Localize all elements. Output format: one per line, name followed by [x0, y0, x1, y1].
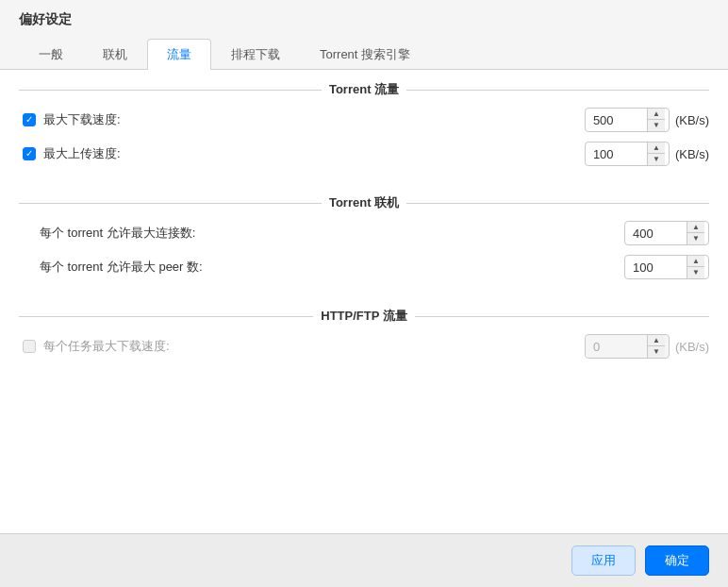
section-line-left2	[19, 203, 322, 204]
spinner-up-task-max-download: ▲	[648, 335, 665, 346]
confirm-button[interactable]: 确定	[645, 545, 709, 576]
section-line-left3	[19, 316, 313, 317]
label-max-connections: 每个 torrent 允许最大连接数:	[40, 225, 624, 242]
input-max-upload[interactable]	[586, 143, 647, 165]
label-task-max-download: 每个任务最大下载速度:	[43, 338, 585, 355]
tab-connection[interactable]: 联机	[83, 39, 147, 70]
number-input-max-connections: ▲ ▼	[624, 221, 709, 245]
number-input-task-max-download: ▲ ▼	[585, 334, 670, 359]
checkbox-task-max-download[interactable]	[23, 340, 36, 353]
tab-schedule[interactable]: 排程下载	[211, 39, 300, 70]
unit-max-download: (KB/s)	[675, 113, 709, 127]
section-torrent-bandwidth: Torrent 流量 最大下载速度: ▲ ▼ (KB/s) 最大上传速度:	[0, 70, 728, 183]
row-task-max-download: 每个任务最大下载速度: ▲ ▼ (KB/s)	[19, 334, 709, 359]
spinner-up-max-upload[interactable]: ▲	[648, 143, 665, 154]
row-max-upload: 最大上传速度: ▲ ▼ (KB/s)	[19, 142, 709, 166]
spinner-task-max-download: ▲ ▼	[647, 335, 665, 358]
section-http-ftp-header: HTTP/FTP 流量	[19, 308, 709, 325]
spinner-up-max-peers[interactable]: ▲	[687, 256, 704, 267]
spinner-up-max-connections[interactable]: ▲	[687, 222, 704, 233]
spinner-down-max-upload[interactable]: ▼	[648, 154, 665, 165]
section-line-right3	[415, 316, 709, 317]
input-max-download[interactable]	[586, 109, 647, 131]
number-input-max-download: ▲ ▼	[585, 108, 670, 132]
tab-search[interactable]: Torrent 搜索引擎	[300, 39, 430, 70]
section-torrent-connection-title: Torrent 联机	[329, 194, 399, 211]
section-torrent-connection: Torrent 联机 每个 torrent 允许最大连接数: ▲ ▼ 每个 to…	[0, 183, 728, 296]
spinner-up-max-download[interactable]: ▲	[648, 109, 665, 120]
row-max-peers: 每个 torrent 允许最大 peer 数: ▲ ▼	[19, 255, 709, 279]
spinner-max-download: ▲ ▼	[647, 109, 665, 131]
spinner-max-connections: ▲ ▼	[687, 222, 704, 244]
spinner-down-task-max-download: ▼	[648, 346, 665, 358]
spinner-down-max-peers[interactable]: ▼	[687, 267, 704, 278]
spinner-down-max-connections[interactable]: ▼	[687, 233, 704, 244]
section-http-ftp: HTTP/FTP 流量 每个任务最大下载速度: ▲ ▼ (KB/s)	[0, 296, 728, 376]
input-group-task-max-download: ▲ ▼ (KB/s)	[585, 334, 709, 359]
window-title: 偏好设定	[19, 11, 709, 28]
spinner-max-upload: ▲ ▼	[647, 143, 665, 165]
number-input-max-upload: ▲ ▼	[585, 142, 670, 166]
input-max-peers[interactable]	[625, 257, 687, 278]
tab-bar: 一般 联机 流量 排程下载 Torrent 搜索引擎	[19, 38, 709, 69]
row-max-download: 最大下载速度: ▲ ▼ (KB/s)	[19, 108, 709, 132]
checkbox-max-download[interactable]	[23, 113, 36, 126]
tab-bandwidth[interactable]: 流量	[147, 39, 211, 70]
checkbox-max-upload[interactable]	[23, 147, 36, 160]
unit-max-upload: (KB/s)	[675, 147, 709, 161]
section-torrent-bandwidth-header: Torrent 流量	[19, 81, 709, 98]
row-max-connections: 每个 torrent 允许最大连接数: ▲ ▼	[19, 221, 709, 245]
spinner-max-peers: ▲ ▼	[687, 256, 704, 278]
input-group-max-connections: ▲ ▼	[624, 221, 709, 245]
input-task-max-download	[586, 336, 647, 358]
content-spacer	[0, 376, 728, 533]
number-input-max-peers: ▲ ▼	[624, 255, 709, 279]
section-http-ftp-title: HTTP/FTP 流量	[321, 308, 406, 325]
section-torrent-connection-header: Torrent 联机	[19, 194, 709, 211]
unit-task-max-download: (KB/s)	[675, 340, 709, 354]
apply-button[interactable]: 应用	[571, 545, 636, 576]
tab-general[interactable]: 一般	[19, 39, 83, 70]
input-group-max-download: ▲ ▼ (KB/s)	[585, 108, 709, 132]
title-bar: 偏好设定 一般 联机 流量 排程下载 Torrent 搜索引擎	[0, 0, 728, 70]
main-content: Torrent 流量 最大下载速度: ▲ ▼ (KB/s) 最大上传速度:	[0, 70, 728, 533]
label-max-peers: 每个 torrent 允许最大 peer 数:	[40, 259, 624, 276]
section-line-right	[406, 90, 709, 91]
section-torrent-bandwidth-title: Torrent 流量	[329, 81, 399, 98]
section-line-left	[19, 90, 322, 91]
section-line-right2	[406, 203, 709, 204]
input-group-max-peers: ▲ ▼	[624, 255, 709, 279]
label-max-upload: 最大上传速度:	[43, 145, 585, 162]
label-max-download: 最大下载速度:	[43, 111, 585, 128]
spinner-down-max-download[interactable]: ▼	[648, 120, 665, 131]
input-max-connections[interactable]	[625, 223, 687, 244]
input-group-max-upload: ▲ ▼ (KB/s)	[585, 142, 709, 166]
footer: 应用 确定	[0, 533, 728, 587]
